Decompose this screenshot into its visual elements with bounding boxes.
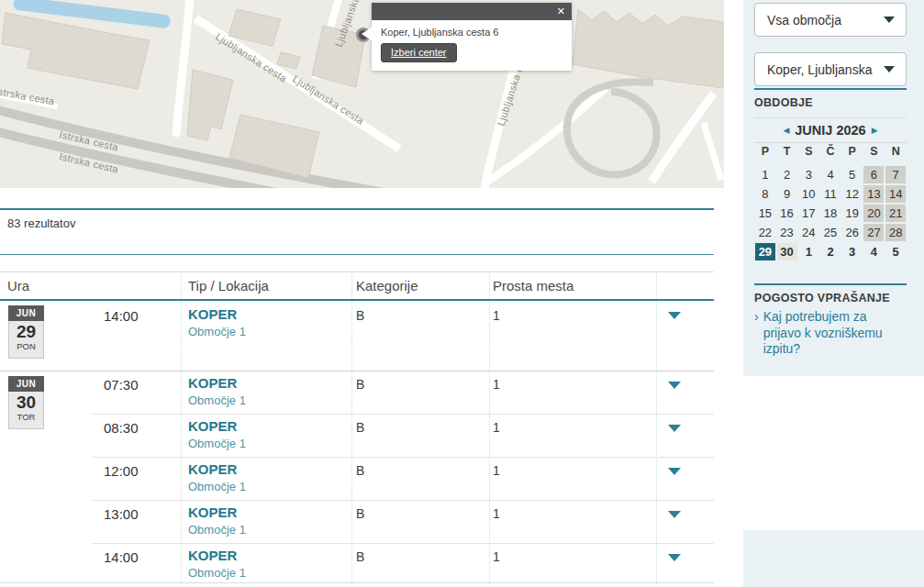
slot-area: Območje 1	[188, 480, 246, 493]
column-header-ura: Ura	[7, 278, 29, 294]
expand-row-chevron-icon[interactable]	[668, 382, 681, 389]
slot-area: Območje 1	[188, 523, 246, 537]
link-arrow-icon: ›	[754, 309, 759, 358]
calendar-day[interactable]: 8	[754, 184, 776, 204]
calendar-day[interactable]: 5	[885, 242, 907, 261]
sidebar-lower-panel	[743, 530, 924, 587]
slot-time: 13:00	[104, 506, 139, 522]
calendar-day[interactable]: 12	[841, 184, 863, 204]
slot-location: KOPER	[188, 548, 237, 563]
day-header: P	[754, 145, 776, 163]
day-header: S	[797, 145, 819, 163]
faq-link[interactable]: › Kaj potrebujem za prijavo k vozniškemu…	[754, 309, 894, 358]
calendar-day[interactable]: 10	[797, 184, 819, 204]
calendar-day[interactable]: 3	[797, 165, 819, 184]
exam-slot-row: 14:00 KOPER Območje 1 B 1	[0, 301, 714, 371]
calendar-day[interactable]: 15	[754, 204, 776, 223]
expand-row-chevron-icon[interactable]	[668, 468, 681, 475]
center-filter-select[interactable]: Koper, Ljubljanska	[754, 52, 907, 86]
slot-free-places: 1	[493, 506, 500, 521]
expand-row-chevron-icon[interactable]	[668, 312, 681, 319]
slot-location: KOPER	[188, 418, 237, 434]
calendar-day[interactable]: 18	[819, 204, 841, 223]
calendar-day[interactable]: 9	[776, 184, 798, 204]
calendar-day[interactable]: 21	[885, 204, 907, 223]
column-header-prosta-mesta: Prosta mesta	[493, 278, 573, 294]
calendar-day[interactable]: 1	[797, 242, 819, 261]
calendar-day[interactable]: 5	[841, 165, 863, 184]
calendar-day[interactable]: 17	[797, 204, 819, 223]
calendar-day[interactable]: 4	[819, 165, 841, 184]
map[interactable]: Istrska cesta Ljubljanska cesta Ljubljan…	[0, 0, 724, 188]
slot-free-places: 1	[493, 549, 500, 564]
slot-free-places: 1	[493, 308, 500, 323]
izberi-center-button[interactable]: Izberi center	[381, 43, 457, 62]
day-header: N	[885, 145, 907, 163]
calendar-day[interactable]: 2	[776, 165, 798, 184]
calendar-day[interactable]: 6	[863, 165, 885, 184]
area-filter-select[interactable]: Vsa območja	[754, 3, 907, 37]
calendar-prev-icon[interactable]: ◀	[783, 120, 789, 140]
popup-header: ✕	[372, 3, 572, 20]
divider	[754, 142, 907, 143]
chevron-down-icon	[884, 17, 895, 23]
column-header-tip-lokacija: Tip / Lokacija	[188, 278, 269, 294]
exam-booking-page: Istrska cesta Ljubljanska cesta Ljubljan…	[0, 0, 924, 587]
calendar-month-title: JUNIJ 2026	[795, 123, 865, 138]
slot-category: B	[356, 463, 364, 478]
calendar-day[interactable]: 25	[819, 223, 841, 242]
calendar-day[interactable]: 7	[885, 165, 907, 184]
calendar-day[interactable]: 27	[863, 223, 885, 242]
calendar-next-icon[interactable]: ▶	[872, 120, 878, 140]
calendar-day[interactable]: 24	[797, 223, 819, 242]
exam-slot-row: 13:00 KOPER Območje 1 B 1	[0, 501, 714, 543]
calendar-nav: ◀ JUNIJ 2026 ▶	[754, 120, 907, 140]
table-top-border	[0, 271, 714, 272]
calendar-day[interactable]: 1	[754, 165, 776, 184]
slot-time: 07:30	[104, 377, 139, 393]
calendar-day[interactable]: 28	[885, 223, 907, 242]
slot-location: KOPER	[188, 306, 237, 322]
slot-category: B	[356, 506, 364, 521]
popup-address: Koper, Ljubljanska cesta 6	[381, 27, 562, 38]
calendar-day[interactable]: 16	[776, 204, 798, 223]
expand-row-chevron-icon[interactable]	[668, 425, 681, 432]
divider	[754, 117, 907, 118]
calendar-day[interactable]: 30	[776, 242, 798, 261]
faq-heading: POGOSTO VPRAŠANJE	[754, 292, 890, 305]
slot-area: Območje 1	[188, 566, 246, 580]
slot-category: B	[356, 420, 364, 435]
calendar-day[interactable]: 22	[754, 223, 776, 242]
slot-location: KOPER	[188, 375, 237, 391]
exam-slot-row: 08:30 KOPER Območje 1 B 1	[0, 415, 714, 457]
calendar-day[interactable]: 2	[819, 242, 841, 261]
divider	[0, 254, 714, 255]
calendar-day[interactable]: 4	[863, 242, 885, 261]
calendar-day[interactable]: 19	[841, 204, 863, 223]
column-header-kategorije: Kategorije	[356, 278, 418, 294]
close-icon[interactable]: ✕	[557, 6, 565, 17]
slot-time: 14:00	[104, 549, 139, 565]
calendar-day[interactable]: 3	[841, 242, 863, 261]
expand-row-chevron-icon[interactable]	[668, 511, 681, 518]
divider	[754, 88, 907, 90]
results-count: 83 rezultatov	[7, 216, 75, 230]
slot-area: Območje 1	[188, 437, 246, 450]
slot-area: Območje 1	[188, 393, 246, 407]
popup-tail	[362, 27, 373, 41]
map-popup: ✕ Koper, Ljubljanska cesta 6 Izberi cent…	[372, 3, 572, 71]
calendar-day[interactable]: 23	[776, 223, 798, 242]
divider	[0, 208, 714, 210]
calendar-day[interactable]: 20	[863, 204, 885, 223]
slot-free-places: 1	[493, 420, 500, 435]
center-filter-value: Koper, Ljubljanska	[767, 62, 884, 77]
calendar-day[interactable]: 26	[841, 223, 863, 242]
calendar-day[interactable]: 13	[863, 184, 885, 204]
calendar-day[interactable]: 14	[885, 184, 907, 204]
calendar-day-headers: P T S Č P S N	[754, 145, 907, 163]
slot-category: B	[356, 308, 364, 323]
calendar-day[interactable]: 11	[819, 184, 841, 204]
calendar-grid: 1 2 3 4 5 6 7 8 9 10 11 12 13 14 15 16 1…	[754, 165, 907, 261]
expand-row-chevron-icon[interactable]	[668, 554, 681, 561]
calendar-day-selected[interactable]: 29	[754, 242, 776, 261]
